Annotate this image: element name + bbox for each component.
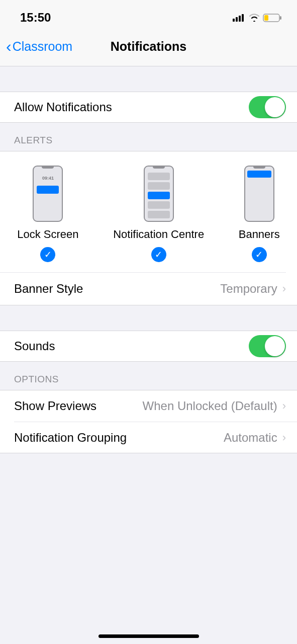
cellular-icon <box>233 14 246 22</box>
notification-grouping-label: Notification Grouping <box>14 431 127 445</box>
checkmark-icon: ✓ <box>151 247 166 262</box>
back-label: Classroom <box>13 39 72 54</box>
svg-rect-1 <box>236 17 238 22</box>
page-title: Notifications <box>111 39 186 54</box>
chevron-right-icon: › <box>282 431 286 444</box>
alert-label: Lock Screen <box>17 228 78 241</box>
banner-style-value: Temporary › <box>220 282 286 296</box>
sounds-label: Sounds <box>14 339 55 353</box>
svg-rect-6 <box>280 16 281 20</box>
alert-banners[interactable]: Banners ✓ <box>239 166 280 262</box>
banners-preview-icon <box>244 166 274 222</box>
banner-style-label: Banner Style <box>14 282 83 296</box>
alert-label: Notification Centre <box>113 228 204 241</box>
status-icons <box>233 14 282 22</box>
show-previews-row[interactable]: Show Previews When Unlocked (Default) › <box>0 390 297 422</box>
alert-notification-centre[interactable]: Notification Centre ✓ <box>113 166 204 262</box>
notification-centre-preview-icon <box>144 166 174 222</box>
notification-grouping-row[interactable]: Notification Grouping Automatic › <box>14 422 297 453</box>
status-bar: 15:50 <box>0 0 297 27</box>
chevron-right-icon: › <box>282 282 286 295</box>
alerts-header: ALERTS <box>0 123 297 151</box>
sounds-row: Sounds <box>0 331 297 362</box>
lock-screen-preview-icon: 09:41 <box>33 166 63 222</box>
alert-label: Banners <box>239 228 280 241</box>
svg-rect-0 <box>233 19 235 22</box>
back-button[interactable]: ‹ Classroom <box>0 37 72 56</box>
sounds-toggle[interactable] <box>249 335 286 357</box>
home-indicator[interactable] <box>98 634 199 638</box>
wifi-icon <box>249 14 260 22</box>
allow-notifications-row: Allow Notifications <box>0 92 297 123</box>
show-previews-label: Show Previews <box>14 399 96 413</box>
svg-rect-5 <box>264 15 268 21</box>
checkmark-icon: ✓ <box>40 247 55 262</box>
options-header: OPTIONS <box>0 362 297 390</box>
banner-style-row[interactable]: Banner Style Temporary › <box>0 272 297 305</box>
battery-icon <box>263 14 282 22</box>
svg-rect-3 <box>242 14 244 22</box>
chevron-left-icon: ‹ <box>6 37 12 56</box>
chevron-right-icon: › <box>282 399 286 413</box>
nav-bar: ‹ Classroom Notifications <box>0 27 297 66</box>
alert-lock-screen[interactable]: 09:41 Lock Screen ✓ <box>17 166 78 262</box>
status-time: 15:50 <box>20 11 51 25</box>
allow-notifications-label: Allow Notifications <box>14 100 112 114</box>
allow-notifications-toggle[interactable] <box>249 96 286 118</box>
show-previews-value: When Unlocked (Default) › <box>143 399 286 413</box>
checkmark-icon: ✓ <box>252 247 267 262</box>
notification-grouping-value: Automatic › <box>224 431 286 445</box>
alerts-grid: 09:41 Lock Screen ✓ Notification Centre … <box>0 151 297 272</box>
svg-rect-2 <box>239 16 241 22</box>
